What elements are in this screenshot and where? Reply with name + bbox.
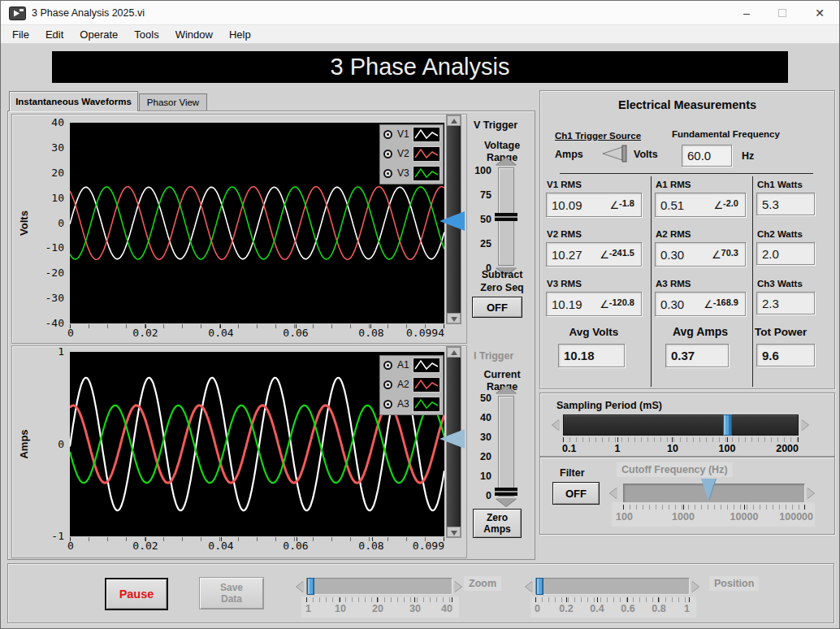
menu-file[interactable]: File (4, 28, 37, 41)
range-tick: 75 (470, 189, 491, 201)
position-slider[interactable] (535, 578, 690, 595)
legend-item-v3[interactable]: V3 (380, 164, 443, 184)
zero-amps-button[interactable]: Zero Amps (473, 509, 522, 538)
scroll-down-icon[interactable] (447, 313, 461, 323)
minimize-button[interactable]: – (733, 4, 760, 23)
angle-icon: ∠ (600, 298, 609, 310)
position-handle[interactable] (536, 578, 543, 595)
v3-rms-label: V3 RMS (547, 279, 582, 288)
cutoff-decrement-icon[interactable] (610, 488, 617, 499)
line-sample-icon[interactable] (413, 127, 440, 142)
tab-instantaneous-waveforms[interactable]: Instantaneous Waveforms (9, 91, 138, 111)
plot-visible-toggle-icon[interactable] (383, 130, 392, 139)
x-tick: 0 (67, 327, 74, 339)
angle-icon: ∠ (609, 199, 619, 211)
plot-visible-toggle-icon[interactable] (383, 169, 392, 178)
avg-amps-display: 0.37 (665, 344, 729, 367)
legend-item-v2[interactable]: V2 (380, 145, 443, 164)
sampling-decrement-icon[interactable] (552, 419, 560, 431)
position-decrement-icon[interactable] (526, 581, 533, 592)
menu-help[interactable]: Help (221, 28, 259, 41)
y-tick: -20 (33, 267, 64, 279)
fundamental-frequency-input[interactable]: 60.0 (682, 145, 732, 167)
avg-volts-display: 10.18 (558, 344, 625, 367)
subtract-zero-seq-label: Subtract Zero Seq (470, 268, 535, 294)
line-sample-icon[interactable] (413, 358, 440, 373)
legend-item-a3[interactable]: A3 (380, 395, 443, 414)
range-increment-icon[interactable] (496, 158, 517, 166)
sampling-period-handle[interactable] (723, 414, 732, 436)
a1-rms-display: 0.51 ∠-2.0 (655, 193, 746, 217)
angle-value: -2.0 (723, 198, 738, 208)
line-sample-icon[interactable] (413, 397, 440, 412)
plot-visible-toggle-icon[interactable] (383, 150, 392, 158)
y-tick: 0 (33, 438, 64, 450)
line-sample-icon[interactable] (413, 166, 440, 181)
subtract-zero-seq-button[interactable]: OFF (472, 297, 522, 318)
trigger-source-switch-icon[interactable] (593, 143, 630, 164)
cutoff-increment-icon[interactable] (807, 488, 814, 499)
ch3-watts-display: 2.3 (756, 292, 815, 314)
save-data-button[interactable]: Save Data (199, 577, 264, 609)
y-tick: -10 (33, 241, 64, 254)
scroll-down-icon[interactable] (447, 527, 461, 537)
labview-vi-icon (9, 7, 26, 20)
scroll-up-icon[interactable] (447, 347, 461, 358)
menu-window[interactable]: Window (167, 28, 221, 41)
menu-tools[interactable]: Tools (126, 28, 167, 41)
scale-tick: 10 (648, 443, 697, 454)
plot-visible-toggle-icon[interactable] (383, 361, 392, 370)
legend-item-a2[interactable]: A2 (380, 375, 443, 395)
angle-icon: ∠ (713, 199, 723, 211)
voltage-range-handle[interactable] (495, 213, 517, 221)
scroll-up-icon[interactable] (447, 115, 461, 126)
v-trigger-level-cursor[interactable] (439, 211, 465, 231)
zoom-decrement-icon[interactable] (297, 581, 304, 592)
ch1-watts-label: Ch1 Watts (757, 180, 803, 189)
close-button[interactable]: ✕ (806, 4, 834, 23)
v1-rms-label: V1 RMS (547, 180, 582, 189)
position-increment-icon[interactable] (691, 581, 699, 592)
line-sample-icon[interactable] (413, 146, 440, 162)
watts-value: 2.3 (762, 297, 779, 310)
current-y-axis-label: Amps (18, 427, 30, 462)
angle-value: -120.8 (609, 297, 634, 307)
plot-visible-toggle-icon[interactable] (383, 400, 392, 409)
zoom-handle[interactable] (307, 578, 314, 595)
ch3-watts-label: Ch3 Watts (757, 279, 803, 288)
zoom-increment-icon[interactable] (454, 581, 461, 592)
scale-tick: 2000 (750, 443, 799, 454)
angle-value: -168.9 (713, 297, 738, 307)
menu-operate[interactable]: Operate (71, 28, 126, 41)
tab-phasor-view[interactable]: Phasor View (139, 93, 207, 111)
sampling-period-slider[interactable] (563, 414, 799, 436)
menu-edit[interactable]: Edit (37, 28, 71, 41)
voltage-y-axis-label: Volts (18, 206, 30, 241)
i-trigger-level-cursor[interactable] (439, 429, 465, 449)
legend-item-v1[interactable]: V1 (380, 125, 443, 145)
pause-button[interactable]: Pause (105, 578, 168, 610)
rms-value: 0.51 (660, 198, 684, 212)
range-tick: 50 (470, 214, 491, 225)
x-tick: 0.04 (197, 327, 245, 339)
tot-power-value: 9.6 (762, 349, 779, 362)
zoom-slider[interactable] (306, 578, 452, 595)
x-tick: 0.04 (197, 540, 245, 552)
cutoff-frequency-handle[interactable] (701, 479, 716, 501)
range-decrement-icon[interactable] (496, 498, 517, 506)
line-sample-icon[interactable] (413, 377, 440, 393)
plot-visible-toggle-icon[interactable] (383, 380, 392, 389)
current-range-handle[interactable] (495, 488, 517, 496)
fundamental-frequency-label: Fundamental Frequency (672, 129, 780, 139)
trigger-source-right-label: Volts (634, 149, 658, 160)
scale-tick: 1 (305, 603, 311, 614)
ch1-trigger-source-label: Ch1 Trigger Source (555, 131, 641, 141)
legend-label: V3 (397, 167, 409, 179)
range-increment-icon[interactable] (496, 386, 517, 394)
legend-item-a1[interactable]: A1 (380, 356, 443, 375)
sampling-increment-icon[interactable] (801, 419, 808, 431)
zoom-label: Zoom (464, 576, 501, 591)
filter-off-button[interactable]: OFF (552, 482, 600, 505)
scale-tick: 100 (616, 511, 633, 523)
current-range-slider[interactable] (498, 396, 514, 497)
